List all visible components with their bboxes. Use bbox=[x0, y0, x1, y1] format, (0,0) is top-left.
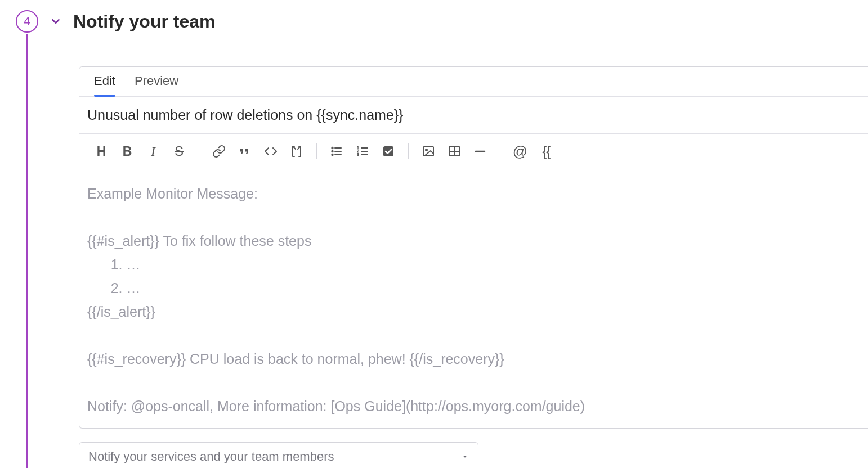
svg-point-4 bbox=[332, 151, 333, 152]
notify-recipients-select[interactable]: Notify your services and your team membe… bbox=[79, 442, 478, 468]
code-icon bbox=[264, 145, 278, 158]
toolbar-divider bbox=[316, 143, 317, 159]
bullet-list-button[interactable] bbox=[325, 140, 348, 163]
code-block-button[interactable] bbox=[285, 140, 308, 163]
message-title-input[interactable] bbox=[87, 107, 860, 123]
step-connector-line bbox=[26, 34, 28, 468]
message-editor: Edit Preview H B I S bbox=[79, 66, 868, 429]
tab-label: Preview bbox=[135, 74, 178, 88]
numbered-list-button[interactable]: 123 bbox=[351, 140, 374, 163]
italic-button[interactable]: I bbox=[141, 140, 165, 163]
tab-preview[interactable]: Preview bbox=[135, 74, 178, 96]
template-variable-button[interactable]: {{ bbox=[534, 140, 558, 163]
quote-button[interactable] bbox=[233, 140, 257, 163]
mention-button[interactable]: @ bbox=[508, 140, 532, 163]
image-button[interactable] bbox=[417, 140, 440, 163]
image-icon bbox=[422, 145, 435, 158]
editor-toolbar: H B I S 123 bbox=[79, 134, 868, 169]
toolbar-divider bbox=[199, 143, 199, 159]
svg-point-3 bbox=[332, 147, 333, 148]
collapse-toggle[interactable] bbox=[48, 14, 63, 29]
horizontal-rule-button[interactable] bbox=[468, 140, 492, 163]
tab-label: Edit bbox=[94, 74, 115, 88]
table-icon bbox=[448, 145, 461, 158]
quote-icon bbox=[238, 145, 252, 158]
link-button[interactable] bbox=[207, 140, 231, 163]
svg-point-5 bbox=[332, 154, 333, 155]
bold-button[interactable]: B bbox=[115, 140, 139, 163]
section-header: 4 Notify your team bbox=[0, 0, 868, 33]
editor-tabs: Edit Preview bbox=[79, 67, 868, 97]
heading-button[interactable]: H bbox=[90, 140, 113, 163]
svg-rect-12 bbox=[383, 146, 393, 156]
dropdown-caret-icon bbox=[461, 453, 469, 461]
notify-select-placeholder: Notify your services and your team membe… bbox=[88, 449, 334, 464]
chevron-down-icon bbox=[50, 15, 62, 28]
toolbar-divider bbox=[500, 143, 500, 159]
checklist-icon bbox=[382, 145, 395, 158]
strikethrough-button[interactable]: S bbox=[167, 140, 191, 163]
link-icon bbox=[212, 145, 226, 158]
step-number-badge: 4 bbox=[16, 10, 38, 33]
numbered-list-icon: 123 bbox=[356, 145, 369, 158]
bullet-list-icon bbox=[330, 145, 343, 158]
section-title: Notify your team bbox=[73, 11, 215, 32]
svg-text:3: 3 bbox=[357, 152, 359, 156]
tab-edit[interactable]: Edit bbox=[94, 74, 115, 96]
section-content: Edit Preview H B I S bbox=[79, 66, 868, 468]
svg-point-14 bbox=[426, 149, 427, 151]
step-number-text: 4 bbox=[24, 14, 30, 29]
code-block-icon bbox=[290, 145, 303, 158]
toolbar-divider bbox=[408, 143, 409, 159]
checklist-button[interactable] bbox=[377, 140, 400, 163]
message-placeholder-text: Example Monitor Message: {{#is_alert}} T… bbox=[87, 182, 860, 418]
title-row bbox=[79, 97, 868, 134]
code-button[interactable] bbox=[259, 140, 283, 163]
message-body-input[interactable]: Example Monitor Message: {{#is_alert}} T… bbox=[79, 169, 868, 428]
table-button[interactable] bbox=[442, 140, 466, 163]
horizontal-rule-icon bbox=[473, 145, 487, 158]
